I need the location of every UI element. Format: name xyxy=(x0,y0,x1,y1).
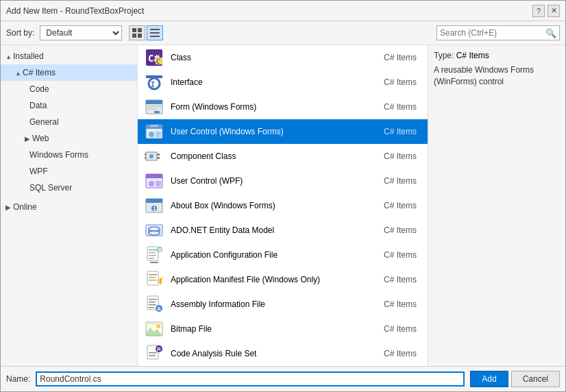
windows-forms-label: Windows Forms xyxy=(29,150,88,160)
sidebar-item-wpf[interactable]: WPF xyxy=(1,163,137,180)
general-label: General xyxy=(29,117,59,127)
svg-rect-32 xyxy=(146,174,162,178)
list-item-interface[interactable]: I Interface C# Items xyxy=(138,70,428,95)
svg-text:i: i xyxy=(153,205,156,212)
search-icon[interactable]: 🔍 xyxy=(545,28,556,38)
svg-rect-6 xyxy=(150,36,160,37)
svg-rect-55 xyxy=(149,280,156,281)
user-control-winforms-name: User Control (Windows Forms) xyxy=(171,127,367,136)
close-button[interactable]: ✕ xyxy=(547,5,560,17)
class-category: C# Items xyxy=(367,53,422,62)
list-item-code-analysis[interactable]: R Code Analysis Rule Set C# Items xyxy=(138,341,428,366)
content-area: ▴ Installed ▴ C# Items Code xyxy=(1,45,565,366)
component-class-icon xyxy=(143,145,165,167)
user-control-wpf-name: User Control (WPF) xyxy=(171,176,367,186)
sidebar-item-windows-forms[interactable]: Windows Forms xyxy=(1,147,137,163)
help-button[interactable]: ? xyxy=(532,5,545,17)
svg-rect-19 xyxy=(154,111,160,113)
type-label: Type: xyxy=(434,51,454,60)
app-config-category: C# Items xyxy=(367,250,422,260)
code-analysis-category: C# Items xyxy=(367,349,422,358)
sidebar-item-code[interactable]: Code xyxy=(1,81,137,97)
about-box-name: About Box (Windows Forms) xyxy=(171,201,367,210)
component-class-category: C# Items xyxy=(367,151,422,161)
list-item-about-box[interactable]: i About Box (Windows Forms) C# Items xyxy=(138,193,428,218)
svg-rect-45 xyxy=(150,262,158,263)
user-control-winforms-icon xyxy=(143,121,165,143)
detail-type: Type: C# Items xyxy=(434,51,560,60)
sort-label: Sort by: xyxy=(6,28,34,38)
list-view-button[interactable] xyxy=(147,25,163,40)
svg-rect-16 xyxy=(146,100,162,104)
title-controls: ? ✕ xyxy=(532,5,560,17)
csharp-items-label: C# Items xyxy=(23,68,56,77)
svg-rect-3 xyxy=(138,34,142,38)
svg-rect-17 xyxy=(147,106,161,107)
app-config-icon: ⚙ xyxy=(143,244,165,266)
form-winforms-category: C# Items xyxy=(367,102,422,112)
detail-panel: Type: C# Items A reusable Windows Forms … xyxy=(428,45,565,366)
add-new-item-dialog: Add New Item - RoundTextBoxProject ? ✕ S… xyxy=(0,0,566,392)
adonet-icon xyxy=(143,219,165,241)
list-item-user-control-winforms[interactable]: User Control (Windows Forms) C# Items xyxy=(138,119,428,144)
search-input[interactable] xyxy=(440,28,545,38)
sql-server-label: SQL Server xyxy=(29,183,72,193)
list-item-app-manifest[interactable]: ! Application Manifest File (Windows Onl… xyxy=(138,267,428,292)
sidebar-item-installed[interactable]: ▴ Installed xyxy=(1,48,137,64)
cancel-button[interactable]: Cancel xyxy=(511,371,560,387)
code-analysis-icon: R xyxy=(143,343,165,365)
svg-rect-36 xyxy=(146,199,162,203)
list-item-class[interactable]: C# C Class C# Items xyxy=(138,45,428,70)
svg-rect-5 xyxy=(150,32,160,34)
component-class-name: Component Class xyxy=(171,151,367,161)
sidebar-item-sql-server[interactable]: SQL Server xyxy=(1,180,137,196)
detail-description: A reusable Windows Forms (WinForms) cont… xyxy=(434,64,560,88)
search-box: 🔍 xyxy=(436,25,560,40)
svg-rect-23 xyxy=(156,132,161,137)
svg-rect-4 xyxy=(150,29,160,30)
tile-view-button[interactable] xyxy=(129,25,145,40)
bitmap-icon xyxy=(143,318,165,340)
list-item-adonet[interactable]: ADO.NET Entity Data Model C# Items xyxy=(138,218,428,243)
sidebar-item-csharp-items[interactable]: ▴ C# Items xyxy=(1,64,137,81)
list-item-assembly-info[interactable]: A Assembly Information File C# Items xyxy=(138,292,428,317)
sidebar-item-online[interactable]: ▶ Online xyxy=(1,199,137,215)
data-label: Data xyxy=(29,101,47,110)
adonet-name: ADO.NET Entity Data Model xyxy=(171,225,367,235)
app-manifest-icon: ! xyxy=(143,269,165,291)
name-input[interactable] xyxy=(36,371,465,387)
app-manifest-name: Application Manifest File (Windows Only) xyxy=(171,275,367,284)
list-item-app-config[interactable]: ⚙ Application Configuration File C# Item… xyxy=(138,243,428,267)
about-box-icon: i xyxy=(143,195,165,217)
svg-rect-52 xyxy=(147,271,158,285)
adonet-category: C# Items xyxy=(367,225,422,235)
svg-rect-34 xyxy=(156,181,161,186)
svg-rect-59 xyxy=(149,299,157,300)
title-bar: Add New Item - RoundTextBoxProject ? ✕ xyxy=(1,1,565,21)
class-name: Class xyxy=(171,53,367,62)
sort-dropdown[interactable]: Default Name Type xyxy=(40,25,122,40)
svg-text:R: R xyxy=(157,346,161,352)
add-button[interactable]: Add xyxy=(470,371,508,387)
list-item-component-class[interactable]: Component Class C# Items xyxy=(138,144,428,169)
list-item-bitmap[interactable]: Bitmap File C# Items xyxy=(138,317,428,341)
svg-rect-62 xyxy=(149,307,154,308)
sidebar-item-data[interactable]: Data xyxy=(1,97,137,114)
items-list[interactable]: C# C Class C# Items xyxy=(138,45,428,366)
user-control-wpf-category: C# Items xyxy=(367,176,422,186)
assembly-info-name: Assembly Information File xyxy=(171,299,367,309)
list-item-user-control-wpf[interactable]: User Control (WPF) C# Items xyxy=(138,169,428,193)
list-item-form-winforms[interactable]: Form (Windows Forms) C# Items xyxy=(138,95,428,119)
svg-point-30 xyxy=(149,154,153,158)
svg-rect-2 xyxy=(132,34,136,38)
svg-point-33 xyxy=(149,181,154,186)
sidebar-item-general[interactable]: General xyxy=(1,114,137,130)
app-config-name: Application Configuration File xyxy=(171,250,367,260)
sidebar-item-web[interactable]: ▶ Web xyxy=(1,130,137,147)
dialog-title: Add New Item - RoundTextBoxProject xyxy=(6,6,144,16)
class-icon: C# C xyxy=(143,47,165,69)
svg-text:!: ! xyxy=(158,279,160,284)
svg-rect-73 xyxy=(149,355,156,356)
assembly-info-category: C# Items xyxy=(367,299,422,309)
view-buttons xyxy=(129,25,163,40)
